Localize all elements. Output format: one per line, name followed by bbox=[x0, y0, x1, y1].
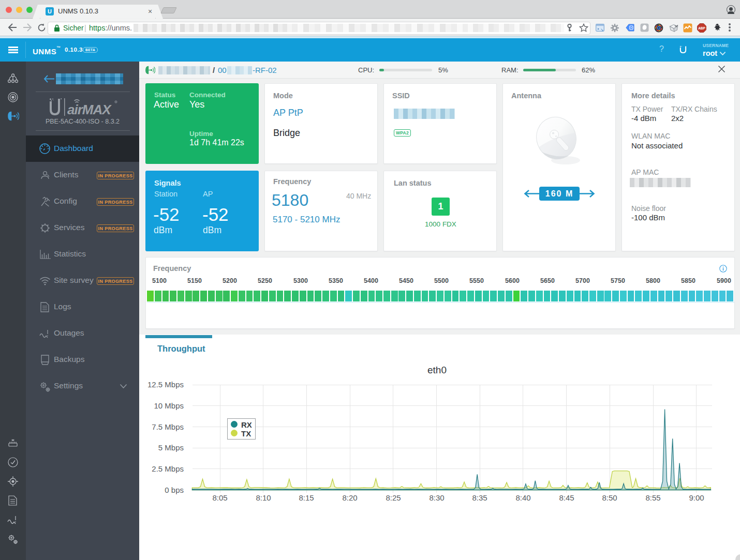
svg-text:ABP: ABP bbox=[698, 26, 705, 30]
svg-text:airMAX: airMAX bbox=[67, 102, 112, 117]
